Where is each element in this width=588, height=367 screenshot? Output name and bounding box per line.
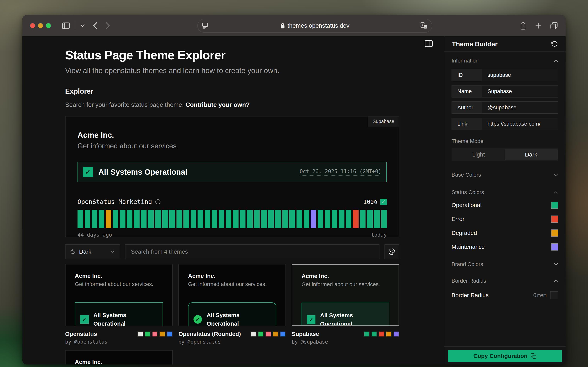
section-base-colors[interactable]: Base Colors: [451, 172, 558, 178]
border-radius-label: Border Radius: [451, 292, 489, 299]
field-value-input[interactable]: Supabase: [482, 85, 558, 97]
mini-org-name: Acme Inc.: [75, 359, 163, 365]
lock-icon: [280, 23, 285, 29]
sidebar-title: Theme Builder: [452, 40, 498, 48]
copy-configuration-button[interactable]: Copy Configuration: [448, 350, 562, 362]
error-color-swatch[interactable]: [551, 216, 558, 223]
mini-org-name: Acme Inc.: [188, 273, 276, 279]
theme-card-preview: Acme Inc. Get informed about our service…: [178, 264, 286, 326]
uptime-percentage: 100%: [363, 199, 377, 205]
info-icon[interactable]: [155, 199, 161, 205]
status-colors-list: Operational Error Degraded Maintenance: [451, 201, 558, 251]
tab-overview-icon[interactable]: [550, 22, 558, 30]
contribute-link[interactable]: Contribute your own?: [185, 101, 250, 108]
theme-card-partial[interactable]: Acme Inc. Get informed about our service…: [65, 350, 173, 365]
chevron-up-icon: [554, 280, 558, 282]
palette-icon[interactable]: [385, 244, 399, 259]
theme-mode-light[interactable]: Light: [452, 149, 505, 160]
field-value-input[interactable]: supabase: [482, 69, 558, 81]
theme-builder-panel-toggle-icon[interactable]: [425, 40, 433, 47]
color-row-maintenance: Maintenance: [451, 242, 558, 251]
maintenance-color-swatch[interactable]: [551, 243, 558, 250]
minimize-button[interactable]: [38, 23, 43, 28]
section-border-radius[interactable]: Border Radius: [451, 278, 558, 284]
status-banner: ✓ All Systems Operational Oct 26, 2025 1…: [78, 162, 387, 182]
mini-status-label: All Systems Operational: [93, 311, 147, 326]
reset-icon[interactable]: [551, 41, 558, 47]
mode-dropdown-value: Dark: [79, 248, 91, 255]
uptime-check-icon: ✓: [380, 199, 387, 205]
section-brand-colors[interactable]: Brand Colors: [451, 261, 558, 267]
field-value-input[interactable]: https://supabase.com/: [482, 118, 558, 130]
color-row-error: Error: [451, 215, 558, 223]
address-bar[interactable]: themes.openstatus.dev Ax: [197, 19, 432, 33]
theme-mode-label: Theme Mode: [451, 138, 558, 144]
reader-view-icon[interactable]: [202, 22, 208, 29]
uptime-bars[interactable]: [78, 210, 387, 228]
theme-author: by @openstatus: [65, 339, 107, 345]
theme-name: Openstatus (Rounded): [178, 331, 241, 337]
forward-button[interactable]: [105, 22, 110, 30]
back-button[interactable]: [93, 22, 98, 30]
color-row-operational: Operational: [451, 201, 558, 209]
color-label: Degraded: [451, 230, 477, 236]
section-information[interactable]: Information: [451, 58, 558, 64]
chevron-up-icon: [554, 191, 558, 194]
theme-search-input[interactable]: [125, 244, 379, 259]
status-timestamp[interactable]: Oct 26, 2025 11:16 (GMT+0): [300, 168, 381, 176]
theme-swatches: [364, 331, 399, 337]
chevron-down-icon: [110, 250, 115, 253]
theme-card-supabase[interactable]: Acme Inc. Get informed about our service…: [292, 264, 399, 345]
sidebar-footer: Copy Configuration: [444, 346, 566, 365]
theme-swatches: [137, 331, 173, 337]
mini-org-description: Get informed about our services.: [75, 281, 163, 287]
field-label: Link: [452, 118, 482, 130]
translate-icon[interactable]: Ax: [420, 22, 427, 29]
border-radius-value: 0rem: [533, 292, 547, 299]
share-icon[interactable]: [520, 21, 526, 30]
browser-titlebar: themes.openstatus.dev Ax: [22, 15, 566, 36]
mini-org-name: Acme Inc.: [302, 273, 389, 279]
theme-card-preview: Acme Inc. Get informed about our service…: [292, 264, 399, 326]
operational-color-swatch[interactable]: [551, 202, 558, 209]
chevron-up-icon: [554, 59, 558, 62]
new-tab-icon[interactable]: [535, 22, 542, 29]
field-value-input[interactable]: @supabase: [482, 102, 558, 113]
theme-builder-sidebar: Theme Builder Information ID supabase: [444, 36, 566, 365]
monitor-name: OpenStatus Marketing: [78, 198, 152, 205]
theme-card-openstatus[interactable]: Acme Inc. Get informed about our service…: [65, 264, 173, 345]
mini-status-banner: ✓ All Systems Operational Oct 26, 2025 1…: [302, 303, 389, 326]
fullscreen-button[interactable]: [46, 23, 51, 28]
active-theme-badge: Supabase: [368, 117, 399, 127]
field-row-id: ID supabase: [451, 69, 558, 81]
theme-cards-row-2: Acme Inc. Get informed about our service…: [65, 350, 399, 365]
field-row-link: Link https://supabase.com/: [451, 118, 558, 130]
theme-mode-dark[interactable]: Dark: [505, 149, 557, 160]
border-radius-row: Border Radius 0rem: [451, 291, 558, 300]
filter-row: Dark: [65, 244, 399, 259]
main-content: Status Page Theme Explorer View all the …: [22, 36, 444, 365]
mini-status-label: All Systems Operational: [207, 311, 261, 326]
traffic-lights: [30, 23, 51, 28]
theme-card-preview: Acme Inc. Get informed about our service…: [65, 264, 173, 326]
theme-mode-dropdown[interactable]: Dark: [65, 244, 120, 259]
border-radius-input[interactable]: [550, 291, 558, 299]
section-status-colors[interactable]: Status Colors: [451, 189, 558, 195]
mini-status-banner: ✓ All Systems Operational Oct 26, 2025 1…: [75, 302, 163, 326]
theme-card-openstatus-rounded[interactable]: Acme Inc. Get informed about our service…: [178, 264, 286, 345]
url-text: themes.openstatus.dev: [287, 22, 349, 29]
sidebar-header: Theme Builder: [444, 36, 566, 52]
status-label: All Systems Operational: [98, 168, 294, 176]
theme-name: Openstatus: [65, 331, 107, 337]
mini-check-icon: ✓: [307, 315, 315, 324]
sidebar-toggle-icon[interactable]: [62, 22, 70, 29]
degraded-color-swatch[interactable]: [551, 229, 558, 237]
range-end: today: [371, 232, 387, 238]
field-label: Name: [452, 85, 482, 97]
explorer-heading: Explorer: [65, 87, 444, 95]
close-button[interactable]: [30, 23, 35, 28]
tab-group-chevron-icon[interactable]: [80, 24, 85, 27]
field-row-author: Author @supabase: [451, 101, 558, 114]
theme-cards-grid: Acme Inc. Get informed about our service…: [65, 264, 399, 345]
sidebar-content: Information ID supabase Name Supabase: [444, 52, 566, 346]
